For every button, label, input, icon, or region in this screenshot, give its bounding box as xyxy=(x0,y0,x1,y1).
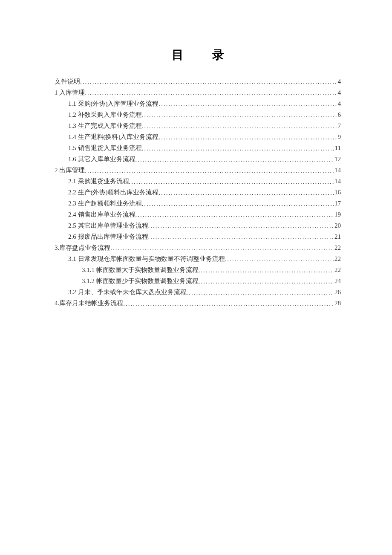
toc-entry-label: 文件说明 xyxy=(55,76,80,87)
toc-dots xyxy=(85,165,334,176)
toc-entry-page: 22 xyxy=(334,264,341,275)
toc-entry-page: 16 xyxy=(334,187,341,198)
toc-entry-label: 4.库存月未结帐业务流程 xyxy=(55,298,123,309)
toc-entry-page: 11 xyxy=(334,142,341,153)
toc-entry-label: 2 出库管理 xyxy=(55,165,85,176)
toc-entry-page: 22 xyxy=(334,242,341,253)
toc-entry-label: 1 入库管理 xyxy=(55,87,85,98)
toc-entry-label: 1.2 补数采购入库业务流程 xyxy=(68,109,142,120)
toc-entry[interactable]: 3.1.1 帐面数量大于实物数量调整业务流程22 xyxy=(55,264,341,275)
toc-entry-label: 2.1 采购退货业务流程 xyxy=(68,176,129,187)
toc-entry-label: 2.4 销售出库单业务流程 xyxy=(68,209,135,220)
toc-dots xyxy=(85,87,337,98)
toc-dots xyxy=(135,209,334,220)
toc-entry-page: 7 xyxy=(337,120,341,131)
toc-entry[interactable]: 文件说明4 xyxy=(55,76,341,87)
toc-entry-label: 1.3 生产完成入库业务流程 xyxy=(68,120,142,131)
toc-entry-page: 28 xyxy=(334,298,341,309)
toc-dots xyxy=(142,121,337,132)
toc-entry-label: 2.5 其它出库单管理业务流程 xyxy=(68,220,148,231)
toc-entry[interactable]: 1.6 其它入库单业务流程12 xyxy=(55,153,341,165)
toc-dots xyxy=(110,243,334,254)
toc-entry-label: 2.2 生产(外协)领料出库业务流程 xyxy=(68,187,159,198)
toc-entry-label: 3.1.2 帐面数量少于实物数量调整业务流程 xyxy=(82,275,199,286)
toc-entry-label: 2.6 报废品出库管理业务流程 xyxy=(68,231,148,242)
toc-dots xyxy=(159,98,337,110)
toc-entry-label: 3.1.1 帐面数量大于实物数量调整业务流程 xyxy=(82,264,199,275)
toc-entry-label: 3.2 月未、季未或年未仓库大盘点业务流程 xyxy=(68,286,187,298)
toc-entry-page: 4 xyxy=(337,76,341,87)
toc-entry-label: 3.库存盘点业务流程 xyxy=(55,242,110,253)
toc-entry[interactable]: 3.1.2 帐面数量少于实物数量调整业务流程24 xyxy=(55,275,341,286)
toc-entry-page: 6 xyxy=(337,109,341,120)
toc-entry[interactable]: 1.2 补数采购入库业务流程6 xyxy=(55,109,341,120)
toc-entry-page: 26 xyxy=(334,286,341,298)
toc-dots xyxy=(225,254,334,265)
toc-entry[interactable]: 1.5 销售退货入库业务流程11 xyxy=(55,142,341,153)
toc-entry[interactable]: 1.4 生产退料(换料)入库业务流程9 xyxy=(55,131,341,142)
toc-entry-label: 1.4 生产退料(换料)入库业务流程 xyxy=(68,131,159,142)
toc-entry-page: 9 xyxy=(337,131,341,142)
toc-dots xyxy=(142,110,337,121)
table-of-contents: 文件说明41 入库管理41.1 采购(外协)入库管理业务流程41.2 补数采购入… xyxy=(55,76,341,309)
toc-entry-page: 4 xyxy=(337,98,341,109)
toc-entry-page: 19 xyxy=(334,209,341,220)
toc-entry-label: 2.3 生产超额领料业务流程 xyxy=(68,198,142,209)
toc-entry[interactable]: 3.1 日常发现仓库帐面数量与实物数量不符调整业务流程22 xyxy=(55,253,341,264)
page-title: 目 录 xyxy=(55,47,341,63)
toc-entry-label: 3.1 日常发现仓库帐面数量与实物数量不符调整业务流程 xyxy=(68,253,225,264)
toc-entry[interactable]: 1.3 生产完成入库业务流程7 xyxy=(55,120,341,131)
toc-entry-page: 14 xyxy=(334,165,341,176)
toc-dots xyxy=(129,176,334,187)
toc-entry[interactable]: 3.库存盘点业务流程22 xyxy=(55,242,341,253)
toc-dots xyxy=(142,143,334,154)
toc-dots xyxy=(199,265,334,276)
toc-dots xyxy=(135,154,334,165)
toc-entry[interactable]: 2.6 报废品出库管理业务流程21 xyxy=(55,231,341,242)
toc-entry-label: 1.6 其它入库单业务流程 xyxy=(68,153,135,165)
toc-entry-page: 22 xyxy=(334,253,341,264)
toc-entry-page: 12 xyxy=(334,153,341,165)
toc-dots xyxy=(159,187,334,198)
toc-dots xyxy=(123,298,334,309)
toc-dots xyxy=(187,287,334,298)
toc-entry[interactable]: 1 入库管理4 xyxy=(55,87,341,98)
toc-entry[interactable]: 2.4 销售出库单业务流程19 xyxy=(55,209,341,220)
toc-dots xyxy=(142,198,334,209)
toc-entry[interactable]: 4.库存月未结帐业务流程28 xyxy=(55,298,341,309)
toc-dots xyxy=(148,231,334,243)
toc-entry[interactable]: 3.2 月未、季未或年未仓库大盘点业务流程26 xyxy=(55,286,341,298)
toc-entry-page: 24 xyxy=(334,275,341,286)
toc-entry-page: 17 xyxy=(334,198,341,209)
toc-dots xyxy=(159,132,337,143)
toc-entry[interactable]: 2.1 采购退货业务流程14 xyxy=(55,176,341,187)
toc-entry-page: 20 xyxy=(334,220,341,231)
toc-entry-label: 1.1 采购(外协)入库管理业务流程 xyxy=(68,98,159,109)
toc-entry-label: 1.5 销售退货入库业务流程 xyxy=(68,142,142,153)
toc-entry-page: 4 xyxy=(337,87,341,98)
toc-entry-page: 21 xyxy=(334,231,341,242)
toc-entry-page: 14 xyxy=(334,176,341,187)
toc-entry[interactable]: 2.2 生产(外协)领料出库业务流程16 xyxy=(55,187,341,198)
toc-entry[interactable]: 2.3 生产超额领料业务流程17 xyxy=(55,198,341,209)
toc-dots xyxy=(199,276,334,287)
toc-dots xyxy=(148,220,334,231)
toc-entry[interactable]: 1.1 采购(外协)入库管理业务流程4 xyxy=(55,98,341,109)
toc-entry[interactable]: 2.5 其它出库单管理业务流程20 xyxy=(55,220,341,231)
toc-entry[interactable]: 2 出库管理14 xyxy=(55,165,341,176)
toc-dots xyxy=(80,76,337,87)
